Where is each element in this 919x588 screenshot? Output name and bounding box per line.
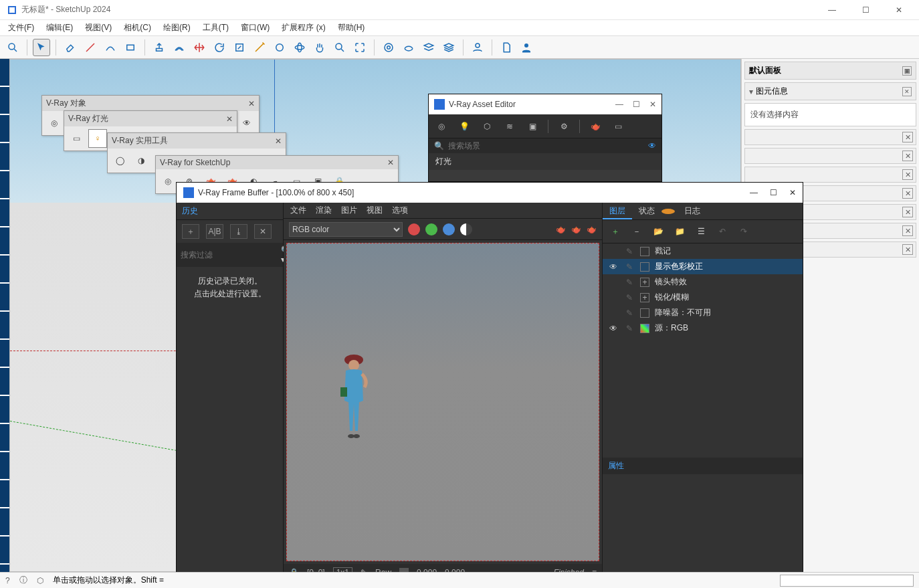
vray-render-icon[interactable] bbox=[400, 39, 417, 56]
layer-row[interactable]: ✎+镜头特效 bbox=[603, 274, 803, 290]
close-icon[interactable]: ✕ bbox=[902, 225, 913, 236]
menu-item[interactable]: 相机(C) bbox=[121, 21, 154, 35]
edit-icon[interactable]: ✎ bbox=[624, 247, 635, 256]
paint-tool-icon[interactable] bbox=[271, 39, 288, 56]
folder-save-icon[interactable]: 📁 bbox=[672, 224, 687, 239]
menu-item[interactable]: 视图(V) bbox=[82, 21, 114, 35]
edit-icon[interactable]: ✎ bbox=[624, 262, 635, 272]
vfb-titlebar[interactable]: V-Ray Frame Buffer - [100.0% of 800 x 45… bbox=[177, 183, 803, 203]
search-tool-icon[interactable] bbox=[4, 39, 21, 56]
geo-icon[interactable]: ⬡ bbox=[37, 576, 43, 585]
settings-icon[interactable]: ⚙ bbox=[556, 119, 571, 134]
window-minimize[interactable]: ― bbox=[615, 100, 623, 109]
new-doc-icon[interactable] bbox=[498, 39, 515, 56]
window-close[interactable]: ✕ bbox=[886, 5, 912, 15]
green-channel-icon[interactable] bbox=[425, 223, 437, 235]
blue-channel-icon[interactable] bbox=[443, 223, 455, 235]
close-icon[interactable]: ✕ bbox=[248, 99, 255, 108]
util-sphere-icon[interactable]: ◯ bbox=[110, 151, 129, 170]
teapot-stop-icon[interactable]: 🫖 bbox=[571, 225, 581, 234]
profile-icon[interactable] bbox=[518, 39, 535, 56]
compare-icon[interactable]: A|B bbox=[206, 224, 223, 239]
layer-row[interactable]: ✎+锐化/模糊 bbox=[603, 290, 803, 305]
visibility-icon[interactable]: 👁 bbox=[608, 324, 619, 333]
close-icon[interactable]: ✕ bbox=[902, 244, 913, 255]
light-rect-icon[interactable]: ▭ bbox=[67, 129, 86, 148]
close-icon[interactable]: ✕ bbox=[226, 114, 233, 124]
offset-tool-icon[interactable] bbox=[171, 39, 188, 56]
vray-asset-icon[interactable] bbox=[380, 39, 397, 56]
menu-item[interactable]: 帮助(H) bbox=[335, 21, 368, 35]
vray-asset-editor[interactable]: V-Ray Asset Editor ―☐✕ ◎ 💡 ⬡ ≋ ▣ ⚙ 🫖 ▭ 🔍… bbox=[428, 94, 662, 182]
measurement-input[interactable] bbox=[780, 575, 914, 587]
close-icon[interactable]: ✕ bbox=[902, 188, 913, 199]
rectangle-tool-icon[interactable] bbox=[122, 39, 139, 56]
asset-category[interactable]: 灯光 bbox=[429, 153, 661, 170]
asset-editor-icon[interactable]: ◎ bbox=[159, 172, 177, 191]
render-teapot-icon[interactable]: 🫖 bbox=[588, 119, 603, 134]
tab-materials-icon[interactable]: ◎ bbox=[434, 119, 449, 134]
vray-settings-icon[interactable] bbox=[440, 39, 457, 56]
vfb-tab[interactable]: 图层 bbox=[603, 203, 632, 219]
history-search-input[interactable] bbox=[181, 250, 281, 260]
obj-proxy-icon[interactable]: ◎ bbox=[45, 114, 64, 132]
red-channel-icon[interactable] bbox=[408, 223, 420, 235]
history-disabled-msg[interactable]: 历史记录已关闭。 点击此处进行设置。 bbox=[177, 267, 283, 308]
vfb-tab[interactable]: 日志 bbox=[678, 203, 707, 219]
edit-icon[interactable]: ✎ bbox=[624, 293, 635, 302]
close-icon[interactable]: ✕ bbox=[902, 87, 912, 96]
tab-lights-icon[interactable]: 💡 bbox=[457, 119, 472, 134]
scale-tool-icon[interactable] bbox=[231, 39, 248, 56]
rotate-tool-icon[interactable] bbox=[211, 39, 228, 56]
tape-tool-icon[interactable] bbox=[251, 39, 268, 56]
add-layer-icon[interactable]: ＋ bbox=[608, 224, 623, 239]
clear-icon[interactable]: 👁 bbox=[648, 141, 656, 151]
tray-title[interactable]: 默认面板▣ bbox=[744, 62, 916, 80]
channel-select[interactable]: RGB color bbox=[289, 222, 403, 237]
undo-icon[interactable]: ↶ bbox=[715, 224, 730, 239]
zoom-extents-tool-icon[interactable] bbox=[351, 39, 369, 56]
load-icon[interactable]: ⭳ bbox=[230, 224, 247, 239]
close-icon[interactable]: ✕ bbox=[902, 151, 913, 161]
select-tool-icon[interactable] bbox=[33, 39, 50, 56]
remove-layer-icon[interactable]: － bbox=[629, 224, 644, 239]
teapot-region-icon[interactable]: 🫖 bbox=[587, 225, 597, 234]
entity-info-header[interactable]: ▾图元信息✕ bbox=[744, 82, 916, 100]
asset-search-input[interactable] bbox=[448, 141, 644, 151]
vray-frame-buffer[interactable]: V-Ray Frame Buffer - [100.0% of 800 x 45… bbox=[176, 182, 803, 582]
window-maximize[interactable]: ☐ bbox=[852, 5, 879, 15]
eraser-tool-icon[interactable] bbox=[62, 39, 79, 56]
redo-icon[interactable]: ↷ bbox=[736, 224, 751, 239]
frame-icon[interactable]: ▭ bbox=[611, 119, 625, 134]
close-icon[interactable]: ✕ bbox=[902, 207, 913, 217]
line-tool-icon[interactable] bbox=[82, 39, 99, 56]
pushpull-tool-icon[interactable] bbox=[150, 39, 168, 56]
pin-icon[interactable]: ▣ bbox=[902, 66, 912, 76]
window-minimize[interactable]: ― bbox=[750, 188, 758, 197]
close-icon[interactable]: ✕ bbox=[902, 169, 913, 180]
edit-icon[interactable]: ✎ bbox=[624, 324, 635, 333]
tab-render-icon[interactable]: ≋ bbox=[502, 119, 517, 134]
vray-layers-icon[interactable] bbox=[420, 39, 437, 56]
menu-item[interactable]: 文件(F) bbox=[5, 21, 37, 35]
close-icon[interactable]: ✕ bbox=[387, 158, 394, 167]
arc-tool-icon[interactable] bbox=[102, 39, 119, 56]
light-sphere-icon[interactable]: ♀ bbox=[88, 129, 107, 148]
util-overlap-icon[interactable]: ◑ bbox=[132, 151, 150, 170]
vfb-menu-item[interactable]: 文件 bbox=[290, 205, 306, 216]
close-icon[interactable]: ✕ bbox=[902, 132, 913, 142]
help-icon[interactable]: ? bbox=[5, 576, 10, 585]
layer-row[interactable]: ✎戳记 bbox=[603, 243, 803, 259]
tab-geometry-icon[interactable]: ⬡ bbox=[480, 119, 494, 134]
edit-icon[interactable]: ✎ bbox=[624, 308, 635, 318]
vfb-menu-item[interactable]: 选项 bbox=[392, 205, 408, 216]
layer-row[interactable]: ✎降噪器：不可用 bbox=[603, 305, 803, 320]
window-close[interactable]: ✕ bbox=[649, 100, 656, 109]
menu-item[interactable]: 窗口(W) bbox=[238, 21, 272, 35]
menu-item[interactable]: 扩展程序 (x) bbox=[279, 21, 328, 35]
zoom-tool-icon[interactable] bbox=[331, 39, 348, 56]
teapot-render-icon[interactable]: 🫖 bbox=[556, 225, 566, 234]
asset-titlebar[interactable]: V-Ray Asset Editor ―☐✕ bbox=[429, 94, 661, 114]
list-icon[interactable]: ☰ bbox=[694, 224, 708, 239]
delete-icon[interactable]: ✕ bbox=[254, 224, 272, 239]
